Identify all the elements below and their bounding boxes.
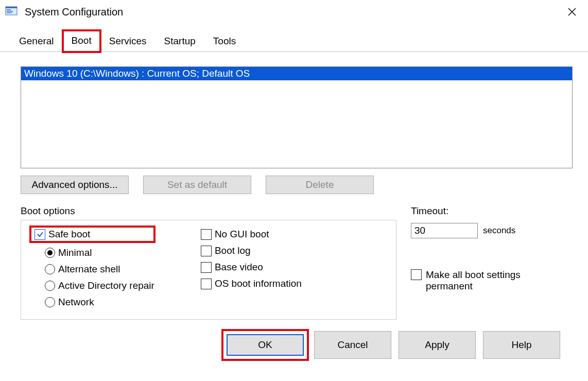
radio-altshell-label: Alternate shell xyxy=(58,264,120,275)
tab-services[interactable]: Services xyxy=(100,31,155,52)
radio-icon xyxy=(45,264,55,274)
os-boot-info-label: OS boot information xyxy=(215,278,302,289)
app-icon xyxy=(4,5,19,19)
permanent-checkbox[interactable]: Make all boot settings permanent xyxy=(411,269,573,292)
timeout-unit: seconds xyxy=(483,226,515,236)
safe-boot-label: Safe boot xyxy=(48,229,90,240)
tab-tools[interactable]: Tools xyxy=(204,31,245,52)
set-as-default-button: Set as default xyxy=(143,176,251,194)
svg-rect-1 xyxy=(6,7,17,8)
checkbox-icon xyxy=(201,229,212,240)
cancel-button[interactable]: Cancel xyxy=(314,331,391,359)
no-gui-boot-label: No GUI boot xyxy=(215,229,269,240)
timeout-input[interactable] xyxy=(411,223,478,238)
svg-rect-3 xyxy=(7,11,13,12)
timeout-area: Timeout: seconds Make all boot settings … xyxy=(411,205,573,292)
delete-button: Delete xyxy=(266,176,374,194)
radio-icon xyxy=(45,248,55,258)
apply-button[interactable]: Apply xyxy=(399,331,476,359)
checkbox-icon xyxy=(201,246,212,256)
os-buttons-row: Advanced options... Set as default Delet… xyxy=(21,176,573,194)
radio-network-label: Network xyxy=(58,297,94,308)
tab-bar: General Boot Services Startup Tools xyxy=(0,24,588,52)
checkbox-icon xyxy=(411,269,422,280)
titlebar: System Configuration xyxy=(0,0,588,24)
boot-options-box: Safe boot Minimal Alternate shell xyxy=(21,220,396,320)
radio-icon xyxy=(45,297,55,307)
window-title: System Configuration xyxy=(25,6,123,18)
radio-minimal-label: Minimal xyxy=(58,247,92,258)
boot-options-left-col: Safe boot Minimal Alternate shell xyxy=(30,227,154,308)
checkbox-icon xyxy=(201,262,212,273)
base-video-checkbox[interactable]: Base video xyxy=(201,262,302,273)
radio-alternate-shell[interactable]: Alternate shell xyxy=(45,264,154,275)
dialog-footer: OK Cancel Apply Help xyxy=(21,325,573,368)
close-icon xyxy=(567,7,577,16)
radio-icon xyxy=(45,281,55,291)
os-list-item[interactable]: Windows 10 (C:\Windows) : Current OS; De… xyxy=(21,67,572,80)
boot-options-right-col: No GUI boot Boot log Base video OS xyxy=(201,227,302,308)
safe-boot-checkbox[interactable]: Safe boot xyxy=(34,229,90,240)
checkbox-icon xyxy=(201,279,212,289)
tab-general[interactable]: General xyxy=(10,31,63,52)
base-video-label: Base video xyxy=(215,262,263,273)
boot-options-group: Boot options Safe boot xyxy=(21,205,396,320)
boot-panel: Windows 10 (C:\Windows) : Current OS; De… xyxy=(0,52,588,381)
close-button[interactable] xyxy=(560,0,584,24)
tab-boot[interactable]: Boot xyxy=(63,30,100,52)
boot-log-label: Boot log xyxy=(215,245,251,256)
radio-minimal[interactable]: Minimal xyxy=(45,247,154,258)
svg-rect-4 xyxy=(7,12,12,13)
radio-ad-repair[interactable]: Active Directory repair xyxy=(45,280,154,291)
ok-button[interactable]: OK xyxy=(227,334,304,356)
timeout-label: Timeout: xyxy=(411,205,573,217)
safe-boot-highlight: Safe boot xyxy=(30,227,154,242)
radio-network[interactable]: Network xyxy=(45,297,154,308)
checkbox-icon xyxy=(34,229,45,240)
advanced-options-button[interactable]: Advanced options... xyxy=(21,176,129,194)
timeout-row: seconds xyxy=(411,223,573,238)
lower-area: Boot options Safe boot xyxy=(21,205,573,320)
help-button[interactable]: Help xyxy=(483,331,560,359)
system-configuration-window: System Configuration General Boot Servic… xyxy=(0,0,588,381)
tab-startup[interactable]: Startup xyxy=(155,31,204,52)
svg-rect-2 xyxy=(7,9,11,10)
os-boot-info-checkbox[interactable]: OS boot information xyxy=(201,278,302,289)
permanent-label: Make all boot settings permanent xyxy=(426,269,549,292)
os-list[interactable]: Windows 10 (C:\Windows) : Current OS; De… xyxy=(21,66,573,168)
boot-log-checkbox[interactable]: Boot log xyxy=(201,245,302,256)
no-gui-boot-checkbox[interactable]: No GUI boot xyxy=(201,229,302,240)
boot-options-label: Boot options xyxy=(21,205,396,217)
radio-adrepair-label: Active Directory repair xyxy=(58,280,154,291)
ok-highlight: OK xyxy=(223,331,307,359)
